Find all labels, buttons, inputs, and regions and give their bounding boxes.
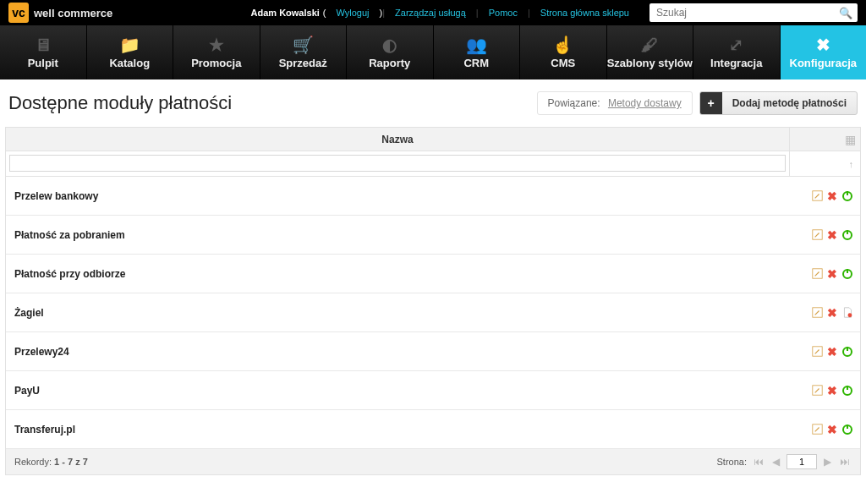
pager-prev-icon[interactable]: ◀ xyxy=(770,456,781,468)
delete-icon[interactable]: ✖ xyxy=(826,229,838,241)
edit-icon[interactable] xyxy=(811,385,823,397)
cell-actions: ✖ xyxy=(789,190,860,202)
cell-actions: ✖ xyxy=(789,346,860,358)
nav-cms[interactable]: ☝CMS xyxy=(520,25,607,79)
search-input[interactable] xyxy=(650,3,858,22)
pager-first-icon[interactable]: ⏮ xyxy=(752,456,765,468)
file-icon[interactable] xyxy=(841,307,853,319)
records-value: 1 - 7 z 7 xyxy=(54,457,88,467)
edit-icon[interactable] xyxy=(811,307,823,319)
delete-icon[interactable]: ✖ xyxy=(826,268,838,280)
table-row[interactable]: Płatność za pobraniem✖ xyxy=(6,216,860,255)
cell-name: PayU xyxy=(6,385,789,397)
delete-icon[interactable]: ✖ xyxy=(826,385,838,397)
delete-icon[interactable]: ✖ xyxy=(826,190,838,202)
related-label: Powiązane: xyxy=(548,97,600,109)
help-link[interactable]: Pomoc xyxy=(479,8,528,18)
nav-label: CRM xyxy=(463,57,489,69)
pager-input[interactable] xyxy=(787,454,817,469)
nav-katalog[interactable]: 📁Katalog xyxy=(87,25,174,79)
edit-icon[interactable] xyxy=(811,190,823,202)
nav-promocja[interactable]: ★Promocja xyxy=(173,25,260,79)
power-icon[interactable] xyxy=(841,346,853,358)
nav-label: CMS xyxy=(551,57,575,69)
cell-name: Przelew bankowy xyxy=(6,190,789,202)
power-icon[interactable] xyxy=(841,385,853,397)
related-link[interactable]: Metody dostawy xyxy=(608,97,682,109)
add-payment-method-button[interactable]: + Dodaj metodę płatności xyxy=(699,91,858,115)
expand-icon: ⤢ xyxy=(729,36,743,53)
cell-actions: ✖ xyxy=(789,385,860,397)
logo[interactable]: vc well commerce xyxy=(8,3,112,23)
top-header: vc well commerce Adam Kowalski (Wyloguj)… xyxy=(0,0,866,25)
power-icon[interactable] xyxy=(841,424,853,436)
page-header: Dostępne moduły płatności Powiązane: Met… xyxy=(0,79,866,127)
search-icon[interactable]: 🔍 xyxy=(839,7,852,19)
column-header-actions: ▦ xyxy=(789,128,860,151)
edit-icon[interactable] xyxy=(811,268,823,280)
table-row[interactable]: Przelew bankowy✖ xyxy=(6,177,860,216)
table-row[interactable]: PayU✖ xyxy=(6,371,860,410)
nav-pulpit[interactable]: 🖥Pulpit xyxy=(0,25,87,79)
svg-point-4 xyxy=(847,313,852,317)
chart-icon: ◐ xyxy=(382,36,397,53)
delete-icon[interactable]: ✖ xyxy=(826,346,838,358)
table-row[interactable]: Przelewy24✖ xyxy=(6,332,860,371)
pager-last-icon[interactable]: ⏭ xyxy=(838,456,852,468)
cell-actions: ✖ xyxy=(789,229,860,241)
sort-arrow-icon[interactable]: ↑ xyxy=(849,159,854,169)
tools-icon: ✖ xyxy=(816,36,830,53)
logo-text: well commerce xyxy=(34,8,112,19)
table-row[interactable]: Żagiel✖ xyxy=(6,293,860,332)
nav-label: Sprzedaż xyxy=(279,57,327,69)
star-icon: ★ xyxy=(209,36,224,53)
edit-icon[interactable] xyxy=(811,346,823,358)
nav-sprzedaz[interactable]: 🛒Sprzedaż xyxy=(260,25,348,79)
edit-icon[interactable] xyxy=(811,229,823,241)
cell-name: Płatność przy odbiorze xyxy=(6,268,789,280)
logo-mark: vc xyxy=(8,3,29,23)
nav-label: Konfiguracja xyxy=(790,57,857,69)
pager-label: Strona: xyxy=(717,457,747,467)
desktop-icon: 🖥 xyxy=(35,36,52,53)
column-header-name[interactable]: Nazwa xyxy=(6,134,789,145)
manage-service-link[interactable]: Zarządzaj usługą xyxy=(385,8,476,18)
edit-icon[interactable] xyxy=(811,424,823,436)
people-icon: 👥 xyxy=(466,36,487,53)
pager-next-icon[interactable]: ▶ xyxy=(822,456,833,468)
delete-icon[interactable]: ✖ xyxy=(826,307,838,319)
nav-szablony[interactable]: 🖌Szablony stylów xyxy=(607,25,694,79)
nav-label: Promocja xyxy=(191,57,241,69)
cell-name: Żagiel xyxy=(6,307,789,319)
plus-icon: + xyxy=(700,92,722,114)
grid: Nazwa ▦ ↑ Przelew bankowy✖Płatność za po… xyxy=(5,127,861,475)
nav-label: Raporty xyxy=(369,57,410,69)
top-links: Adam Kowalski (Wyloguj) | Zarządzaj usłu… xyxy=(248,8,639,18)
table-row[interactable]: Płatność przy odbiorze✖ xyxy=(6,255,860,293)
cell-actions: ✖ xyxy=(789,307,860,319)
nav-crm[interactable]: 👥CRM xyxy=(434,25,521,79)
filter-name-input[interactable] xyxy=(9,155,786,172)
power-icon[interactable] xyxy=(841,229,853,241)
user-name: Adam Kowalski xyxy=(248,8,323,18)
power-icon[interactable] xyxy=(841,268,853,280)
nav-label: Katalog xyxy=(109,57,150,69)
grid-filter-row: ↑ xyxy=(6,151,860,177)
logout-link[interactable]: Wyloguj xyxy=(326,8,380,18)
main-nav: 🖥Pulpit 📁Katalog ★Promocja 🛒Sprzedaż ◐Ra… xyxy=(0,25,866,79)
records-info: Rekordy: 1 - 7 z 7 xyxy=(14,457,717,467)
table-row[interactable]: Transferuj.pl✖ xyxy=(6,410,860,449)
nav-raporty[interactable]: ◐Raporty xyxy=(347,25,434,79)
cell-actions: ✖ xyxy=(789,268,860,280)
grid-settings-icon[interactable]: ▦ xyxy=(845,133,855,146)
nav-label: Integracja xyxy=(710,57,762,69)
cell-name: Przelewy24 xyxy=(6,346,789,358)
grid-footer: Rekordy: 1 - 7 z 7 Strona: ⏮ ◀ ▶ ⏭ xyxy=(6,449,860,474)
pager: Strona: ⏮ ◀ ▶ ⏭ xyxy=(717,454,852,469)
nav-label: Szablony stylów xyxy=(607,57,693,69)
delete-icon[interactable]: ✖ xyxy=(826,424,838,436)
nav-integracja[interactable]: ⤢Integracja xyxy=(693,25,781,79)
nav-konfiguracja[interactable]: ✖Konfiguracja xyxy=(781,25,867,79)
power-icon[interactable] xyxy=(841,190,853,202)
shop-home-link[interactable]: Strona główna sklepu xyxy=(530,8,639,18)
